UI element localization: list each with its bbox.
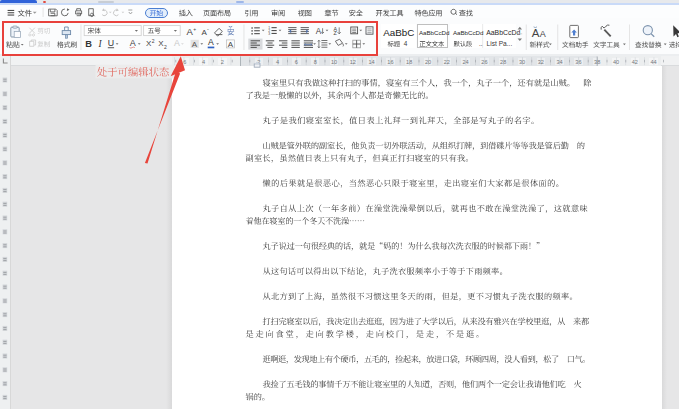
svg-text:2: 2: [152, 38, 155, 44]
svg-text:A: A: [192, 40, 198, 49]
svg-text:3: 3: [268, 32, 270, 36]
svg-text:4: 4: [202, 59, 205, 65]
svg-text:44: 44: [650, 59, 656, 65]
svg-text:A: A: [130, 38, 136, 48]
svg-text:28: 28: [500, 59, 506, 65]
svg-text:36: 36: [575, 59, 581, 65]
svg-text:34: 34: [556, 59, 562, 65]
svg-text:A: A: [532, 27, 540, 39]
svg-text:40: 40: [613, 59, 619, 65]
svg-text:List Pa...: List Pa...: [487, 40, 513, 47]
svg-text:A: A: [208, 37, 214, 47]
svg-text:20: 20: [425, 59, 431, 65]
svg-text:B: B: [85, 39, 92, 49]
svg-text:6: 6: [183, 59, 186, 65]
svg-text:AaBbC: AaBbC: [383, 27, 414, 38]
svg-text:12: 12: [350, 59, 356, 65]
svg-text:6: 6: [295, 59, 298, 65]
svg-text:AaBbCcDd: AaBbCcDd: [419, 29, 450, 36]
svg-text:4: 4: [404, 40, 408, 47]
svg-text:16: 16: [387, 59, 393, 65]
svg-text:32: 32: [538, 59, 544, 65]
svg-text:4: 4: [276, 59, 279, 65]
svg-text:AaBbCcDd: AaBbCcDd: [453, 29, 484, 36]
svg-text:18: 18: [406, 59, 412, 65]
svg-text:10: 10: [331, 59, 337, 65]
svg-text:14: 14: [368, 59, 374, 65]
svg-text:A: A: [228, 40, 234, 49]
svg-text:A: A: [316, 27, 322, 36]
svg-text:I: I: [98, 39, 103, 49]
svg-text:42: 42: [632, 59, 638, 65]
svg-text:-: -: [207, 26, 209, 32]
svg-text:24: 24: [462, 59, 468, 65]
svg-text:2: 2: [221, 59, 224, 65]
svg-text:38: 38: [594, 59, 600, 65]
svg-text:2: 2: [164, 44, 167, 50]
svg-text:AaBbCcDd: AaBbCcDd: [486, 29, 520, 36]
svg-text:A: A: [174, 38, 180, 48]
svg-text:+: +: [193, 26, 196, 32]
svg-text:A: A: [540, 29, 546, 39]
svg-text:22: 22: [444, 59, 450, 65]
svg-text:30: 30: [519, 59, 525, 65]
svg-text:26: 26: [481, 59, 487, 65]
svg-text:..: ..: [479, 40, 483, 47]
svg-text:8: 8: [314, 59, 317, 65]
svg-text:U: U: [108, 38, 114, 48]
